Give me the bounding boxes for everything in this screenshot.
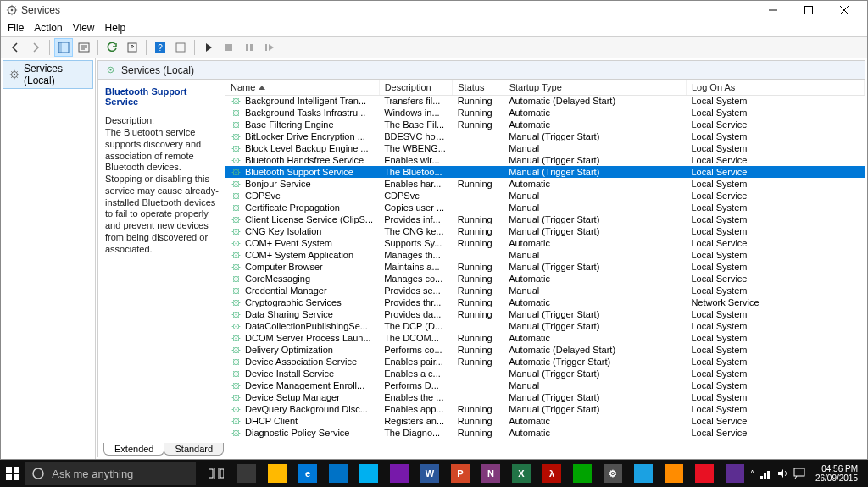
task-view-button[interactable] bbox=[201, 460, 231, 487]
tray-volume-icon[interactable] bbox=[776, 468, 788, 479]
taskbar-app[interactable]: N bbox=[476, 460, 506, 487]
cell: Running bbox=[453, 296, 504, 308]
service-row[interactable]: Base Filtering EngineThe Base Fil...Runn… bbox=[225, 119, 865, 130]
menu-file[interactable]: File bbox=[8, 22, 24, 34]
minimize-button[interactable] bbox=[755, 1, 791, 19]
pause-service-button[interactable] bbox=[240, 38, 259, 57]
service-row[interactable]: Certificate PropagationCopies user ...Ma… bbox=[225, 202, 865, 213]
start-service-button[interactable] bbox=[199, 38, 218, 57]
service-row[interactable]: COM+ System ApplicationManages th...Manu… bbox=[225, 249, 865, 261]
service-row[interactable]: CDPSvcCDPSvcManualLocal Service bbox=[225, 190, 865, 202]
taskbar-app[interactable] bbox=[384, 460, 415, 487]
taskbar-app[interactable]: λ bbox=[537, 460, 567, 487]
menu-view[interactable]: View bbox=[73, 22, 95, 34]
service-row[interactable]: Device Management Enroll...Performs D...… bbox=[225, 379, 865, 391]
list-scroll[interactable]: NameDescriptionStatusStartup TypeLog On … bbox=[225, 80, 865, 440]
service-row[interactable]: CoreMessagingManages co...RunningAutomat… bbox=[225, 273, 865, 285]
service-row[interactable]: Data Sharing ServiceProvides da...Runnin… bbox=[225, 308, 865, 320]
taskbar-app[interactable]: P bbox=[445, 460, 476, 487]
service-row[interactable]: DCOM Server Process Laun...The DCOM...Ru… bbox=[225, 332, 865, 344]
service-row[interactable]: Background Intelligent Tran...Transfers … bbox=[225, 95, 865, 107]
tray-action-center-icon[interactable] bbox=[793, 468, 805, 479]
service-row[interactable]: Device Setup ManagerEnables the ...Manua… bbox=[225, 391, 865, 403]
clock[interactable]: 04:56 PM 26/09/2015 bbox=[810, 464, 863, 483]
service-row[interactable]: Client License Service (ClipS...Provides… bbox=[225, 213, 865, 225]
cell: Local Service bbox=[686, 415, 864, 427]
column-header[interactable]: Name bbox=[225, 80, 379, 95]
export-button[interactable] bbox=[123, 38, 142, 57]
service-row[interactable]: Bluetooth Support ServiceThe Bluetoo...M… bbox=[225, 166, 865, 178]
properties-button[interactable] bbox=[75, 38, 93, 57]
taskbar-app[interactable]: e bbox=[292, 460, 323, 487]
service-row[interactable]: Credential ManagerProvides se...RunningM… bbox=[225, 285, 865, 296]
service-row[interactable]: Bluetooth Handsfree ServiceEnables wir..… bbox=[225, 154, 865, 166]
service-row[interactable]: Device Install ServiceEnables a c...Manu… bbox=[225, 368, 865, 379]
close-button[interactable] bbox=[826, 1, 862, 19]
column-header[interactable]: Log On As bbox=[686, 80, 864, 95]
taskbar-app[interactable] bbox=[628, 460, 659, 487]
cell: Local System bbox=[686, 368, 864, 379]
taskbar-app[interactable] bbox=[720, 460, 750, 487]
service-row[interactable]: COM+ Event SystemSupports Sy...RunningAu… bbox=[225, 237, 865, 249]
taskbar-app[interactable]: W bbox=[415, 460, 445, 487]
service-row[interactable]: Diagnostic Policy ServiceThe Diagno...Ru… bbox=[225, 427, 865, 439]
service-row[interactable]: Delivery OptimizationPerforms co...Runni… bbox=[225, 344, 865, 356]
column-header[interactable]: Status bbox=[453, 80, 504, 95]
taskbar-app[interactable]: ⚙ bbox=[598, 460, 628, 487]
cell: Local System bbox=[686, 261, 864, 273]
column-header[interactable]: Startup Type bbox=[504, 80, 686, 95]
tree-node-services-local[interactable]: Services (Local) bbox=[3, 60, 93, 89]
taskbar-app[interactable] bbox=[353, 460, 384, 487]
restart-service-button[interactable] bbox=[260, 38, 279, 57]
tray-chevron-up-icon[interactable]: ˄ bbox=[750, 469, 754, 479]
service-row[interactable]: BitLocker Drive Encryption ...BDESVC hos… bbox=[225, 130, 865, 142]
service-row[interactable]: Background Tasks Infrastru...Windows in.… bbox=[225, 107, 865, 119]
menu-action[interactable]: Action bbox=[34, 22, 62, 34]
service-row[interactable]: DataCollectionPublishingSe...The DCP (D.… bbox=[225, 320, 865, 332]
svg-point-59 bbox=[235, 337, 236, 339]
svg-point-80 bbox=[33, 468, 43, 479]
cell: Bonjour Service bbox=[225, 178, 379, 190]
cell: Base Filtering Engine bbox=[225, 119, 379, 130]
taskbar-app[interactable] bbox=[323, 460, 353, 487]
cell: Manual (Trigger Start) bbox=[504, 403, 686, 415]
svg-point-1 bbox=[11, 9, 14, 12]
taskbar-app[interactable] bbox=[689, 460, 720, 487]
service-row[interactable]: DHCP ClientRegisters an...RunningAutomat… bbox=[225, 415, 865, 427]
toolbar-button[interactable] bbox=[171, 38, 190, 57]
cell: Automatic (Delayed Start) bbox=[504, 95, 686, 107]
tab-extended[interactable]: Extended bbox=[103, 443, 164, 456]
taskbar-app[interactable] bbox=[231, 460, 262, 487]
service-row[interactable]: DevQuery Background Disc...Enables app..… bbox=[225, 403, 865, 415]
service-row[interactable]: Device Association ServiceEnables pair..… bbox=[225, 356, 865, 368]
forward-button[interactable] bbox=[26, 38, 45, 57]
window-title: Services bbox=[21, 4, 60, 16]
gear-icon bbox=[231, 297, 242, 308]
help-button[interactable]: ? bbox=[151, 38, 170, 57]
tray-network-icon[interactable] bbox=[760, 468, 771, 479]
cell: Enables wir... bbox=[379, 154, 453, 166]
taskbar-app[interactable] bbox=[567, 460, 598, 487]
refresh-button[interactable] bbox=[103, 38, 121, 57]
column-header[interactable]: Description bbox=[379, 80, 453, 95]
service-row[interactable]: CNG Key IsolationThe CNG ke...RunningMan… bbox=[225, 225, 865, 237]
gear-icon bbox=[231, 428, 242, 439]
cell: The Base Fil... bbox=[379, 119, 453, 130]
maximize-button[interactable] bbox=[791, 1, 826, 19]
taskbar-app[interactable] bbox=[659, 460, 689, 487]
back-button[interactable] bbox=[6, 38, 25, 57]
service-row[interactable]: Block Level Backup Engine ...The WBENG..… bbox=[225, 142, 865, 154]
service-row[interactable]: Bonjour ServiceEnables har...RunningAuto… bbox=[225, 178, 865, 190]
tab-standard[interactable]: Standard bbox=[164, 443, 224, 456]
cell: Running bbox=[453, 237, 504, 249]
service-row[interactable]: Computer BrowserMaintains a...RunningMan… bbox=[225, 261, 865, 273]
menu-help[interactable]: Help bbox=[105, 22, 126, 34]
start-button[interactable] bbox=[0, 460, 25, 487]
cell: Network Service bbox=[686, 296, 864, 308]
show-hide-tree-button[interactable] bbox=[54, 38, 73, 57]
taskbar-app[interactable]: X bbox=[506, 460, 537, 487]
service-row[interactable]: Cryptographic ServicesProvides thr...Run… bbox=[225, 296, 865, 308]
stop-service-button[interactable] bbox=[220, 38, 238, 57]
taskbar-app[interactable] bbox=[262, 460, 292, 487]
search-box[interactable]: Ask me anything bbox=[25, 462, 196, 485]
